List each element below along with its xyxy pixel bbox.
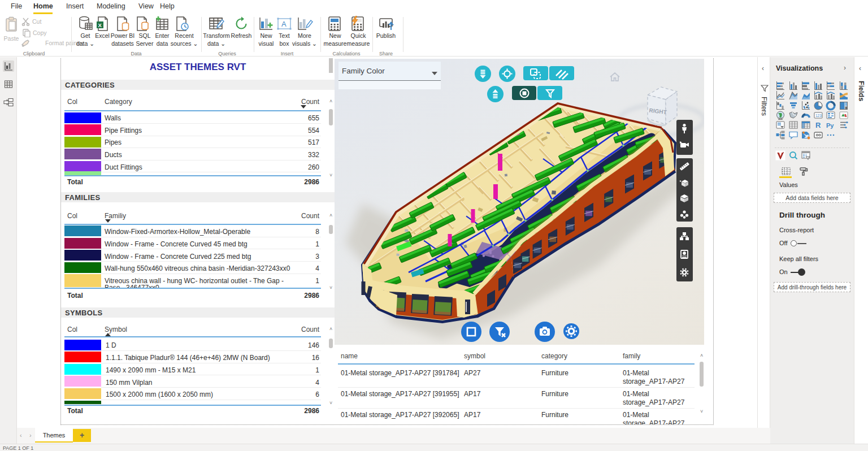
svg-text:A: A (281, 20, 287, 28)
svg-text:R: R (815, 121, 821, 129)
svg-text:123: 123 (815, 114, 822, 118)
svg-text:X: X (98, 22, 102, 28)
svg-text:Py: Py (826, 122, 834, 129)
